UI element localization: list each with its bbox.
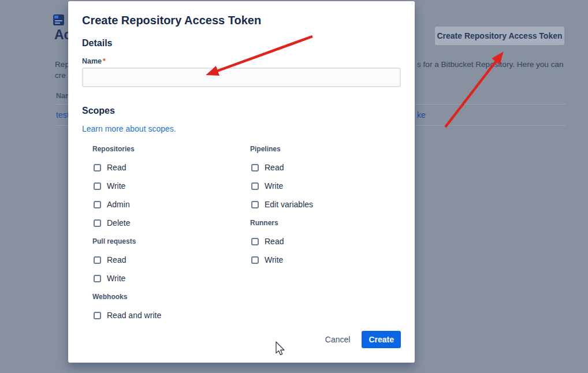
intro-text-fragment: s for a Bitbucket Repository. Here you c… <box>417 60 564 69</box>
scope-item-label: Read <box>107 163 126 172</box>
scope-item-label: Edit variables <box>265 200 313 209</box>
scope-checkbox-item[interactable]: Read and write <box>92 306 244 324</box>
scope-checkbox-item[interactable]: Read <box>92 158 244 177</box>
checkbox-unchecked-icon[interactable] <box>94 275 101 282</box>
scope-checkbox-item[interactable]: Write <box>250 251 401 269</box>
scope-checkbox-item[interactable]: Write <box>250 177 401 195</box>
checkbox-unchecked-icon[interactable] <box>251 182 259 190</box>
checkbox-unchecked-icon[interactable] <box>251 201 259 208</box>
checkbox-unchecked-icon[interactable] <box>94 256 101 264</box>
scope-checkbox-item[interactable]: Read <box>250 158 401 177</box>
token-name-link[interactable]: test <box>56 110 69 120</box>
details-heading: Details <box>82 38 112 49</box>
scope-checkbox-item[interactable]: Delete <box>92 214 244 232</box>
intro-text-fragment: cre <box>55 71 66 80</box>
checkbox-unchecked-icon[interactable] <box>251 256 259 264</box>
create-repository-access-token-button[interactable]: Create Repository Access Token <box>435 27 564 45</box>
modal-footer: Cancel Create <box>325 330 401 349</box>
scope-item-label: Write <box>107 181 125 191</box>
name-input[interactable] <box>82 68 401 87</box>
scope-group-label: Pipelines <box>250 140 401 158</box>
scopes-heading: Scopes <box>82 106 115 116</box>
scope-item-label: Write <box>265 181 283 191</box>
scopes-column-left: RepositoriesReadWriteAdminDeletePull req… <box>92 140 244 324</box>
scope-item-label: Read and write <box>107 311 161 320</box>
create-repository-access-token-modal: Create Repository Access Token Details N… <box>68 1 415 363</box>
scope-checkbox-item[interactable]: Read <box>250 232 401 251</box>
scope-item-label: Read <box>265 163 284 172</box>
scope-checkbox-item[interactable]: Write <box>92 177 244 195</box>
access-token-card-icon <box>53 14 64 28</box>
checkbox-unchecked-icon[interactable] <box>94 312 101 319</box>
scope-group-label: Webhooks <box>92 288 244 306</box>
checkbox-unchecked-icon[interactable] <box>94 164 101 171</box>
revoke-link-fragment[interactable]: ke <box>417 110 426 120</box>
scope-group-label: Pull requests <box>92 232 244 251</box>
cancel-button[interactable]: Cancel <box>325 335 351 344</box>
scope-item-label: Admin <box>107 200 130 209</box>
name-label-text: Name <box>82 57 102 65</box>
required-asterisk: * <box>103 57 106 65</box>
checkbox-unchecked-icon[interactable] <box>94 182 101 190</box>
scope-checkbox-item[interactable]: Edit variables <box>250 195 401 214</box>
modal-title: Create Repository Access Token <box>82 14 261 27</box>
intro-text-fragment: Rep <box>55 60 69 69</box>
checkbox-unchecked-icon[interactable] <box>251 238 259 245</box>
checkbox-unchecked-icon[interactable] <box>251 164 259 171</box>
scope-checkbox-item[interactable]: Admin <box>92 195 244 214</box>
name-field-label: Name* <box>82 57 106 65</box>
scope-group-label: Runners <box>250 214 401 232</box>
scope-item-label: Write <box>107 274 125 283</box>
scope-item-label: Delete <box>107 218 130 227</box>
screen: Ac Rep cre s for a Bitbucket Repository.… <box>0 0 588 373</box>
checkbox-unchecked-icon[interactable] <box>94 219 101 227</box>
scope-item-label: Read <box>265 237 284 246</box>
create-button[interactable]: Create <box>362 331 401 348</box>
learn-more-scopes-link[interactable]: Learn more about scopes. <box>82 124 176 133</box>
checkbox-unchecked-icon[interactable] <box>94 201 101 208</box>
scopes-column-right: PipelinesReadWriteEdit variablesRunnersR… <box>250 140 401 269</box>
scope-item-label: Write <box>265 255 283 264</box>
scope-group-label: Repositories <box>92 140 244 158</box>
scope-item-label: Read <box>107 255 126 264</box>
scope-checkbox-item[interactable]: Write <box>92 269 244 288</box>
scope-checkbox-item[interactable]: Read <box>92 251 244 269</box>
